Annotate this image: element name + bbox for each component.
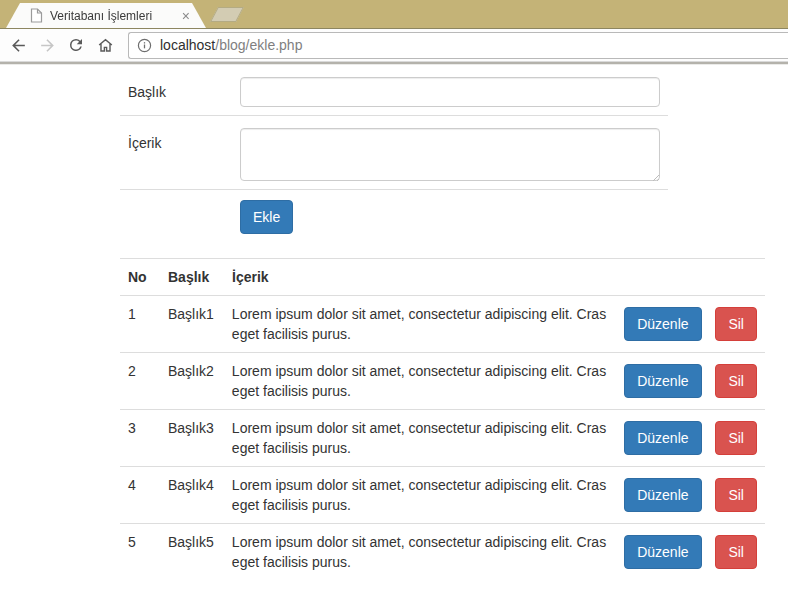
content-textarea[interactable] bbox=[240, 128, 660, 181]
page-content: Başlık İçerik Ekle No Başlık İçerik bbox=[0, 65, 788, 580]
edit-button[interactable]: Düzenle bbox=[624, 478, 701, 512]
delete-button[interactable]: Sil bbox=[715, 535, 757, 569]
back-arrow-icon[interactable] bbox=[8, 35, 28, 55]
delete-button[interactable]: Sil bbox=[715, 307, 757, 341]
title-input[interactable] bbox=[240, 77, 660, 107]
row-content: Lorem ipsum dolor sit amet, consectetur … bbox=[232, 418, 612, 458]
info-icon[interactable] bbox=[136, 37, 153, 54]
row-no: 1 bbox=[120, 296, 160, 352]
tab-title: Veritabanı İşlemleri bbox=[50, 9, 180, 23]
address-bar[interactable]: localhost/blog/ekle.php bbox=[128, 32, 788, 59]
form-row-submit: Ekle bbox=[120, 189, 668, 242]
row-title: Başlık1 bbox=[160, 296, 224, 352]
header-title: Başlık bbox=[160, 259, 224, 295]
browser-tab[interactable]: Veritabanı İşlemleri × bbox=[6, 3, 206, 28]
row-no: 3 bbox=[120, 410, 160, 466]
row-no: 2 bbox=[120, 353, 160, 409]
header-no: No bbox=[120, 259, 160, 295]
row-title: Başlık3 bbox=[160, 410, 224, 466]
url-text: localhost/blog/ekle.php bbox=[160, 37, 302, 53]
row-content: Lorem ipsum dolor sit amet, consectetur … bbox=[232, 532, 612, 572]
header-content: İçerik bbox=[224, 259, 625, 295]
add-button[interactable]: Ekle bbox=[240, 200, 293, 234]
edit-button[interactable]: Düzenle bbox=[624, 307, 701, 341]
edit-button[interactable]: Düzenle bbox=[624, 535, 701, 569]
row-title: Başlık4 bbox=[160, 467, 224, 523]
table-row: 3 Başlık3 Lorem ipsum dolor sit amet, co… bbox=[120, 409, 765, 466]
row-content: Lorem ipsum dolor sit amet, consectetur … bbox=[232, 361, 612, 401]
reload-icon[interactable] bbox=[66, 35, 86, 55]
row-content: Lorem ipsum dolor sit amet, consectetur … bbox=[232, 304, 612, 344]
delete-button[interactable]: Sil bbox=[715, 421, 757, 455]
table-row: 1 Başlık1 Lorem ipsum dolor sit amet, co… bbox=[120, 296, 765, 352]
form-row-title: Başlık bbox=[120, 65, 668, 115]
table-row: 4 Başlık4 Lorem ipsum dolor sit amet, co… bbox=[120, 466, 765, 523]
row-title: Başlık2 bbox=[160, 353, 224, 409]
tab-favicon-document-icon bbox=[30, 8, 43, 23]
posts-table: No Başlık İçerik 1 Başlık1 Lorem ipsum d… bbox=[120, 258, 765, 580]
table-header-row: No Başlık İçerik bbox=[120, 259, 765, 296]
forward-arrow-icon[interactable] bbox=[37, 35, 57, 55]
title-label: Başlık bbox=[120, 77, 240, 107]
tab-close-icon[interactable]: × bbox=[180, 9, 192, 23]
form-row-content: İçerik bbox=[120, 115, 668, 189]
url-path: /blog/ekle.php bbox=[215, 37, 302, 53]
row-content: Lorem ipsum dolor sit amet, consectetur … bbox=[232, 475, 612, 515]
browser-toolbar: localhost/blog/ekle.php bbox=[0, 29, 788, 62]
edit-button[interactable]: Düzenle bbox=[624, 364, 701, 398]
add-post-form: Başlık İçerik Ekle bbox=[120, 65, 668, 242]
table-row: 5 Başlık5 Lorem ipsum dolor sit amet, co… bbox=[120, 523, 765, 580]
home-icon[interactable] bbox=[95, 35, 115, 55]
content-label: İçerik bbox=[120, 128, 240, 181]
browser-titlebar: Veritabanı İşlemleri × bbox=[0, 0, 788, 28]
row-title: Başlık5 bbox=[160, 524, 224, 580]
delete-button[interactable]: Sil bbox=[715, 478, 757, 512]
new-tab-button[interactable] bbox=[210, 7, 244, 22]
edit-button[interactable]: Düzenle bbox=[624, 421, 701, 455]
delete-button[interactable]: Sil bbox=[715, 364, 757, 398]
table-row: 2 Başlık2 Lorem ipsum dolor sit amet, co… bbox=[120, 352, 765, 409]
row-no: 5 bbox=[120, 524, 160, 580]
url-host: localhost bbox=[160, 37, 215, 53]
row-no: 4 bbox=[120, 467, 160, 523]
